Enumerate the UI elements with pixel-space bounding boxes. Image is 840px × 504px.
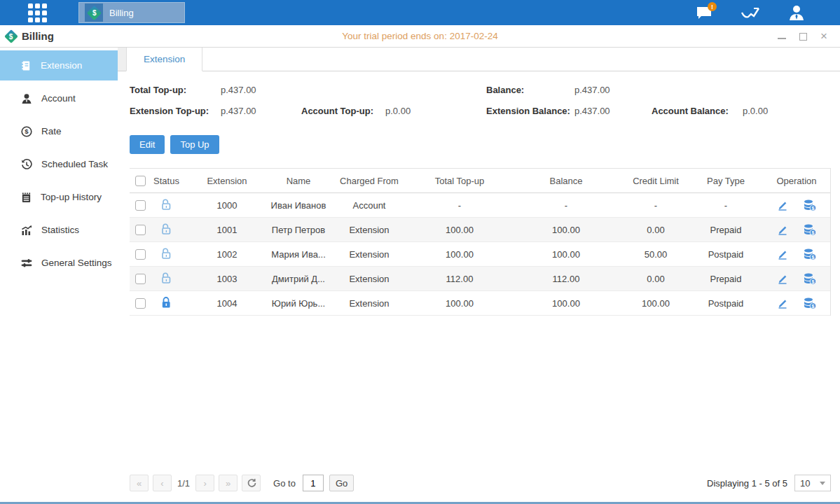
extension-balance-label: Extension Balance: <box>486 106 574 116</box>
next-page-button[interactable]: › <box>195 475 214 491</box>
history-clock-icon <box>21 159 32 170</box>
row-name: Петр Петров <box>268 225 329 235</box>
row-operations: $ <box>763 297 830 309</box>
edit-row-button[interactable] <box>776 272 789 285</box>
row-name: Юрий Юрь... <box>268 298 329 309</box>
sidebar-item-extension[interactable]: Extension <box>0 50 118 80</box>
lock-open-icon[interactable] <box>147 247 186 262</box>
row-pay-type: - <box>689 200 763 211</box>
sliders-icon <box>21 258 32 269</box>
edit-row-button[interactable] <box>776 223 789 236</box>
row-balance: 100.00 <box>509 225 623 235</box>
table-row: 1003Дмитрий Д...Extension112.00112.000.0… <box>130 267 830 291</box>
row-charged-from: Account <box>329 200 410 211</box>
row-pay-type: Prepaid <box>689 225 763 235</box>
topup-row-icon: $ <box>803 223 817 236</box>
topup-row-button[interactable]: $ <box>803 297 817 309</box>
row-name: Дмитрий Д... <box>268 274 329 284</box>
content-area: Extension Total Top-up: p.437.00 Balance… <box>118 48 840 502</box>
goto-page-input[interactable] <box>303 475 324 491</box>
topup-row-icon: $ <box>803 248 817 260</box>
sidebar-item-statistics[interactable]: Statistics <box>0 215 118 245</box>
sidebar-item-label: General Settings <box>41 258 112 268</box>
displaying-text: Displaying 1 - 5 of 5 <box>707 478 787 489</box>
sidebar-item-account[interactable]: Account <box>0 83 118 113</box>
select-all-checkbox[interactable] <box>135 176 146 186</box>
billing-diamond-icon: $ <box>85 4 103 22</box>
topup-row-button[interactable]: $ <box>803 199 817 211</box>
go-button[interactable]: Go <box>329 475 354 491</box>
row-pay-type: Postpaid <box>689 249 763 260</box>
row-checkbox[interactable] <box>135 298 146 309</box>
svg-text:$: $ <box>25 127 29 135</box>
edit-row-icon <box>776 223 789 236</box>
lock-open-icon[interactable] <box>147 198 186 213</box>
row-charged-from: Extension <box>329 249 410 260</box>
page-size-select[interactable]: 10 <box>794 475 831 491</box>
account-topup-label: Account Top-up: <box>301 106 385 116</box>
row-credit-limit: 100.00 <box>623 298 689 309</box>
refresh-icon[interactable] <box>242 475 261 491</box>
extension-balance-value: p.437.00 <box>574 106 652 116</box>
table-row: 1002Мария Ива...Extension100.00100.0050.… <box>130 242 830 267</box>
row-checkbox[interactable] <box>135 200 146 211</box>
chart-icon[interactable] <box>741 4 760 22</box>
balance-label: Balance: <box>486 85 574 95</box>
row-charged-from: Extension <box>329 298 410 309</box>
pagination-bar: « ‹ 1/1 › » Go to Go Displaying 1 - 5 of… <box>118 470 840 502</box>
edit-button[interactable]: Edit <box>130 135 165 154</box>
messages-icon[interactable]: ! <box>694 4 714 22</box>
col-operation: Operation <box>763 176 830 186</box>
extension-topup-label: Extension Top-up: <box>130 106 221 116</box>
col-pay-type: Pay Type <box>689 176 763 186</box>
notification-badge: ! <box>708 2 717 11</box>
edit-row-icon <box>776 199 789 211</box>
row-total-topup: 100.00 <box>410 298 509 309</box>
row-balance: 100.00 <box>509 298 623 309</box>
edit-row-button[interactable] <box>776 297 789 309</box>
row-pay-type: Prepaid <box>689 274 763 284</box>
ledger-icon <box>21 60 32 71</box>
first-page-button[interactable]: « <box>130 475 149 491</box>
topup-row-button[interactable]: $ <box>803 223 817 236</box>
table-row: 1001Петр ПетровExtension100.00100.000.00… <box>130 218 830 242</box>
sidebar-item-scheduled-task[interactable]: Scheduled Task <box>0 149 118 179</box>
edit-row-button[interactable] <box>776 248 789 260</box>
row-name: Иван Иванов <box>268 200 329 211</box>
topup-row-button[interactable]: $ <box>803 272 817 285</box>
total-topup-label: Total Top-up: <box>130 85 221 95</box>
edit-row-button[interactable] <box>776 199 789 211</box>
window-title: $ Billing <box>6 30 54 42</box>
sidebar-item-topup-history[interactable]: Top-up History <box>0 182 118 212</box>
tab-extension[interactable]: Extension <box>126 48 202 71</box>
row-credit-limit: 50.00 <box>623 249 689 260</box>
user-icon[interactable] <box>787 4 806 22</box>
svg-text:$: $ <box>812 230 815 236</box>
edit-row-icon <box>776 297 789 309</box>
lock-open-icon[interactable] <box>147 272 186 286</box>
row-pay-type: Postpaid <box>689 298 763 309</box>
minimize-icon[interactable] <box>777 31 787 41</box>
sidebar-item-general-settings[interactable]: General Settings <box>0 248 118 278</box>
col-name: Name <box>268 176 329 186</box>
row-checkbox[interactable] <box>135 249 146 260</box>
maximize-icon[interactable] <box>798 31 808 41</box>
app-grid-icon[interactable] <box>27 2 48 23</box>
window-header: $ Billing Your trial period ends on: 201… <box>0 25 840 48</box>
page-size-value: 10 <box>800 478 810 489</box>
close-icon[interactable]: × <box>819 31 829 41</box>
taskbar-billing-tab[interactable]: $ Billing <box>78 2 185 23</box>
table-body: 1000Иван ИвановAccount----$1001Петр Петр… <box>130 193 830 316</box>
topup-row-button[interactable]: $ <box>803 248 817 260</box>
lock-open-icon[interactable] <box>147 223 186 237</box>
last-page-button[interactable]: » <box>219 475 237 491</box>
sidebar-item-rate[interactable]: $ Rate <box>0 116 118 146</box>
topup-button[interactable]: Top Up <box>170 135 219 154</box>
lock-closed-icon[interactable] <box>147 296 186 311</box>
account-balance-value: p.0.00 <box>743 106 831 116</box>
row-checkbox[interactable] <box>135 225 146 235</box>
row-checkbox[interactable] <box>135 274 146 284</box>
row-total-topup: 100.00 <box>410 225 509 235</box>
prev-page-button[interactable]: ‹ <box>153 475 172 491</box>
row-operations: $ <box>763 248 830 260</box>
